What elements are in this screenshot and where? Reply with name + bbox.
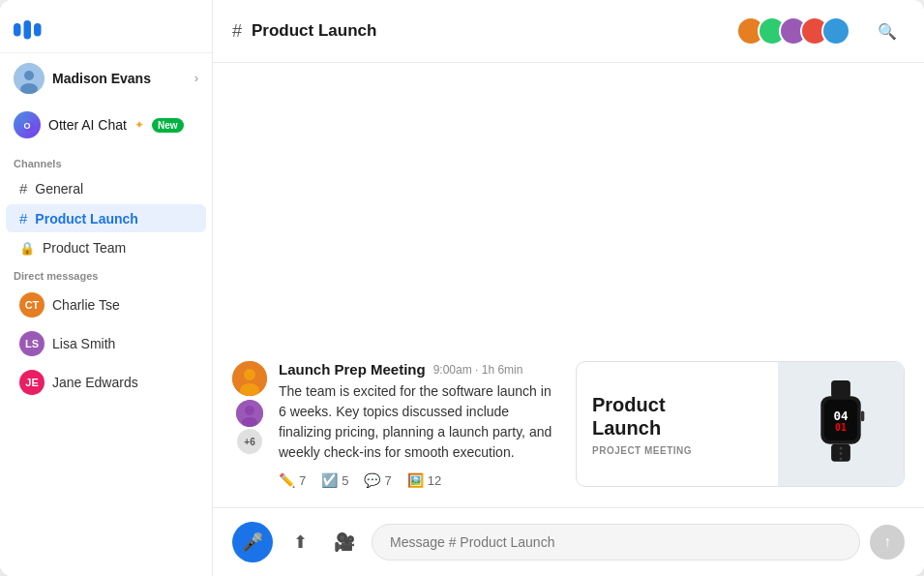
- header-avatars: [736, 16, 850, 45]
- tasks-count: 5: [342, 473, 348, 488]
- app-window: Madison Evans › O Otter AI Chat ✦: [0, 0, 924, 576]
- edit-icon: ✏️: [279, 472, 295, 488]
- sidebar: Madison Evans › O Otter AI Chat ✦: [0, 0, 213, 576]
- header-avatar-5: [821, 16, 850, 45]
- svg-point-22: [840, 452, 843, 455]
- channel-header: # Product Launch 🔍: [213, 0, 924, 63]
- video-icon: 🎥: [334, 531, 355, 553]
- upload-button[interactable]: ⬆: [283, 525, 317, 560]
- table-row: +6 Launch Prep Meeting 9:00am · 1h 6min …: [232, 361, 905, 488]
- sparkle-icon: ✦: [134, 118, 144, 132]
- otter-ai-icon: O: [14, 111, 41, 138]
- smartwatch-svg: 04 01: [807, 380, 875, 468]
- images-icon: 🖼️: [407, 472, 424, 488]
- otter-ai-label: Otter AI Chat: [48, 117, 127, 133]
- video-button[interactable]: 🎥: [327, 525, 362, 560]
- lock-icon: 🔒: [19, 241, 35, 256]
- otter-ai-svg: O: [19, 117, 35, 133]
- new-badge: New: [152, 118, 184, 133]
- dm-name-jane: Jane Edwards: [52, 375, 138, 390]
- meeting-card-title: ProductLaunch: [592, 393, 762, 440]
- channels-section-label: Channels: [0, 146, 212, 173]
- sidebar-header: [0, 0, 212, 53]
- comments-count: 7: [384, 473, 391, 488]
- mic-icon: 🎤: [242, 531, 263, 553]
- message-content-row: Launch Prep Meeting 9:00am · 1h 6min The…: [279, 361, 905, 488]
- sidebar-item-product-team[interactable]: 🔒 Product Team: [6, 234, 206, 261]
- svg-rect-0: [14, 23, 21, 37]
- message-sender: Launch Prep Meeting: [279, 361, 426, 378]
- msg-avatar-svg-2: [236, 400, 263, 427]
- dm-item-lisa-smith[interactable]: LS Lisa Smith: [6, 325, 206, 362]
- dm-name-charlie: Charlie Tse: [52, 297, 120, 313]
- svg-text:O: O: [23, 121, 30, 131]
- message-header-row: Launch Prep Meeting 9:00am · 1h 6min: [279, 361, 556, 378]
- dm-avatar-lisa: LS: [19, 331, 45, 356]
- dm-name-lisa: Lisa Smith: [52, 336, 115, 351]
- images-count: 12: [428, 473, 441, 488]
- message-time: 9:00am · 1h 6min: [433, 363, 523, 377]
- dm-section-label: Direct messages: [0, 262, 212, 286]
- svg-rect-2: [34, 23, 42, 37]
- svg-point-4: [24, 71, 34, 80]
- svg-text:01: 01: [835, 422, 847, 433]
- message-text: The team is excited for the software lau…: [279, 381, 556, 463]
- svg-point-9: [244, 369, 255, 380]
- svg-point-23: [840, 458, 843, 461]
- svg-rect-14: [831, 380, 850, 398]
- comments-icon: 💬: [364, 472, 380, 488]
- action-comments[interactable]: 💬 7: [364, 472, 391, 488]
- hash-icon: #: [19, 180, 27, 197]
- channel-header-hash-icon: #: [232, 21, 242, 42]
- user-avatar-img: [14, 63, 45, 94]
- channel-header-name: Product Launch: [252, 21, 727, 41]
- action-images[interactable]: 🖼️ 12: [407, 472, 441, 488]
- tasks-icon: ☑️: [321, 472, 338, 488]
- messages-area: +6 Launch Prep Meeting 9:00am · 1h 6min …: [213, 63, 924, 507]
- svg-text:04: 04: [833, 409, 849, 423]
- search-button[interactable]: 🔍: [870, 14, 905, 48]
- hash-icon-active: #: [19, 210, 27, 227]
- send-icon: ↑: [883, 533, 891, 551]
- msg-avatar-2: [236, 400, 263, 427]
- meeting-card-subtitle: PROJECT MEETING: [592, 445, 762, 456]
- sidebar-item-product-launch[interactable]: # Product Launch: [6, 204, 206, 232]
- channel-name-general: General: [35, 181, 83, 197]
- msg-avatar-svg-1: [232, 361, 267, 396]
- user-row[interactable]: Madison Evans ›: [0, 53, 212, 104]
- otter-ai-row[interactable]: O Otter AI Chat ✦ New: [0, 104, 212, 146]
- search-icon: 🔍: [878, 22, 897, 41]
- input-area: 🎤 ⬆ 🎥 ↑: [213, 507, 924, 576]
- msg-avatar-1: [232, 361, 267, 396]
- svg-rect-1: [24, 20, 32, 40]
- meeting-card-image: 04 01: [778, 362, 904, 486]
- sidebar-item-general[interactable]: # General: [6, 174, 206, 202]
- svg-point-21: [840, 447, 843, 450]
- main-content: # Product Launch 🔍: [213, 0, 924, 576]
- meeting-card[interactable]: ProductLaunch PROJECT MEETING: [576, 361, 905, 487]
- dm-item-charlie-tse[interactable]: CT Charlie Tse: [6, 287, 206, 323]
- dm-item-jane-edwards[interactable]: JE Jane Edwards: [6, 364, 206, 401]
- message-body: Launch Prep Meeting 9:00am · 1h 6min The…: [279, 361, 556, 488]
- svg-point-12: [245, 406, 254, 415]
- send-button[interactable]: ↑: [870, 525, 905, 560]
- upload-icon: ⬆: [293, 531, 308, 553]
- channel-name-product-team: Product Team: [43, 240, 126, 256]
- user-avatar: [14, 63, 45, 94]
- channel-name-product-launch: Product Launch: [35, 211, 138, 227]
- svg-point-13: [242, 417, 257, 427]
- dm-avatar-charlie: CT: [19, 292, 45, 318]
- avatar-count: +6: [237, 429, 262, 454]
- edit-count: 7: [299, 473, 306, 488]
- action-edit[interactable]: ✏️ 7: [279, 472, 306, 488]
- chevron-right-icon: ›: [194, 72, 198, 85]
- svg-rect-19: [861, 411, 865, 422]
- user-name: Madison Evans: [52, 71, 187, 86]
- action-tasks[interactable]: ☑️ 5: [321, 472, 348, 488]
- message-input[interactable]: [372, 524, 860, 561]
- dm-avatar-jane: JE: [19, 370, 45, 395]
- message-avatars: +6: [232, 361, 267, 454]
- message-actions: ✏️ 7 ☑️ 5 💬 7: [279, 472, 556, 488]
- mic-button[interactable]: 🎤: [232, 522, 273, 562]
- otter-logo-icon: [14, 15, 48, 43]
